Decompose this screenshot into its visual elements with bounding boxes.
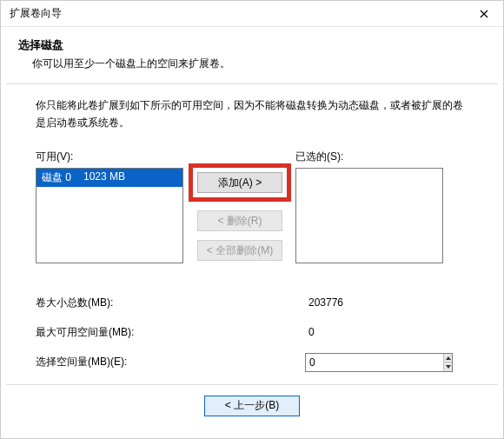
max-value: 0 — [305, 323, 453, 343]
spinner-arrows — [443, 354, 452, 371]
chevron-down-icon — [446, 365, 451, 369]
spinner-up[interactable] — [444, 354, 452, 363]
select-input[interactable] — [306, 354, 443, 371]
description: 你只能将此卷扩展到如下所示的可用空间，因为不能将磁盘转换为动态磁盘，或者被扩展的… — [36, 96, 472, 132]
close-button[interactable] — [465, 1, 503, 27]
total-row: 卷大小总数(MB): 203776 — [36, 294, 472, 313]
columns: 可用(V): 磁盘 0 1023 MB 添加(A) > < 删除(R) < 全部… — [36, 150, 472, 269]
remove-all-button[interactable]: < 全部删除(M) — [197, 240, 282, 261]
selected-label: 已选的(S): — [295, 150, 452, 164]
remove-button[interactable]: < 删除(R) — [197, 210, 282, 231]
window-title: 扩展卷向导 — [10, 6, 62, 21]
select-label: 选择空间量(MB)(E): — [36, 355, 305, 369]
available-listbox[interactable]: 磁盘 0 1023 MB — [36, 168, 183, 263]
available-item[interactable]: 磁盘 0 1023 MB — [36, 169, 182, 187]
close-icon — [480, 10, 488, 18]
available-label: 可用(V): — [36, 150, 188, 164]
body: 你只能将此卷扩展到如下所示的可用空间，因为不能将磁盘转换为动态磁盘，或者被扩展的… — [1, 84, 503, 372]
header-title: 选择磁盘 — [18, 37, 486, 53]
total-label: 卷大小总数(MB): — [36, 296, 305, 310]
selected-listbox[interactable] — [295, 168, 443, 263]
selected-column: 已选的(S): — [295, 150, 452, 263]
max-label: 最大可用空间量(MB): — [36, 325, 305, 340]
total-value: 203776 — [305, 294, 453, 313]
footer: < 上一步(B) — [6, 384, 498, 427]
add-button[interactable]: 添加(A) > — [197, 172, 282, 193]
header-subtitle: 你可以用至少一个磁盘上的空间来扩展卷。 — [32, 57, 486, 71]
max-row: 最大可用空间量(MB): 0 — [36, 323, 472, 343]
middle-buttons: 添加(A) > < 删除(R) < 全部删除(M) — [188, 150, 292, 269]
disk-size: 1023 MB — [83, 170, 125, 185]
titlebar: 扩展卷向导 — [1, 1, 503, 27]
add-highlight: 添加(A) > — [189, 163, 291, 202]
select-row: 选择空间量(MB)(E): — [36, 353, 472, 372]
chevron-up-icon — [446, 356, 451, 360]
fields: 卷大小总数(MB): 203776 最大可用空间量(MB): 0 选择空间量(M… — [36, 294, 472, 372]
available-column: 可用(V): 磁盘 0 1023 MB — [36, 150, 188, 263]
header: 选择磁盘 你可以用至少一个磁盘上的空间来扩展卷。 — [1, 27, 503, 75]
select-spinner[interactable] — [305, 353, 453, 372]
wizard-window: 扩展卷向导 选择磁盘 你可以用至少一个磁盘上的空间来扩展卷。 你只能将此卷扩展到… — [0, 0, 504, 439]
back-button[interactable]: < 上一步(B) — [204, 396, 300, 416]
spinner-down[interactable] — [444, 362, 452, 371]
disk-name: 磁盘 0 — [42, 170, 83, 185]
